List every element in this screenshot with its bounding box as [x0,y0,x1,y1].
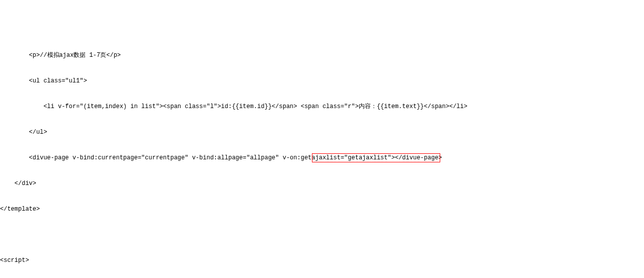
code-block: <p>//模拟ajax数据 1-7页</p> <ul class="ul1"> … [0,34,644,278]
code-line: </div> [0,179,644,188]
code-line: <ul class="ul1"> [0,77,644,85]
code-line: </ul> [0,128,644,137]
code-line: <script> [0,256,644,265]
code-line: </template> [0,205,644,214]
code-line: <divue-page v-bind:currentpage="currentp… [0,154,644,162]
code-line: <li v-for="(item,index) in list"><span c… [0,103,644,111]
code-line [0,231,644,239]
code-line: <p>//模拟ajax数据 1-7页</p> [0,51,644,60]
